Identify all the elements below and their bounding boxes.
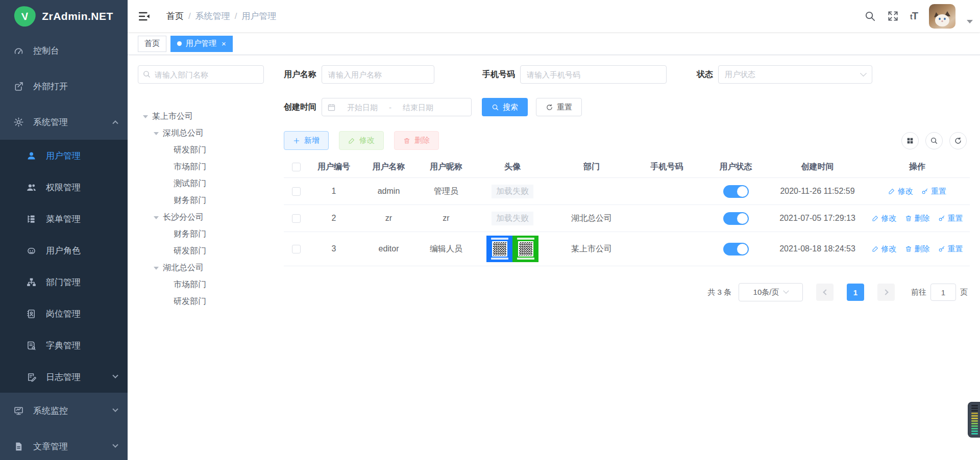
caret-down-icon[interactable] <box>154 267 159 270</box>
row-checkbox[interactable] <box>292 187 301 196</box>
delete-user-link[interactable]: 删除 <box>905 214 930 223</box>
users-table: 用户编号 用户名称 用户昵称 头像 部门 手机号码 用户状态 创建时间 操作 1 <box>284 157 970 266</box>
tree-node[interactable]: 研发部门 <box>138 243 267 260</box>
edit-link-label: 修改 <box>881 244 897 254</box>
delete-user-button[interactable]: 删除 <box>394 131 439 150</box>
row-checkbox[interactable] <box>292 214 301 223</box>
date-separator: - <box>389 103 391 112</box>
tree-node[interactable]: 测试部门 <box>138 175 267 192</box>
caret-down-icon[interactable] <box>154 216 159 219</box>
reset-password-link[interactable]: 重置 <box>938 214 963 223</box>
page-size-select[interactable]: 10条/页 <box>739 283 803 301</box>
tab-user-management[interactable]: 用户管理 × <box>170 36 233 52</box>
pagination: 共 3 条 10条/页 1 前往 页 <box>284 283 970 301</box>
sidebar-item-department-management[interactable]: 部门管理 <box>0 266 128 298</box>
table-row: 3 editor 编辑人员 某上市公司 2021-08-18 18:24 <box>284 232 970 266</box>
logo[interactable]: V ZrAdmin.NET <box>0 0 128 33</box>
close-icon[interactable]: × <box>222 39 226 48</box>
date-end-input[interactable] <box>395 103 442 112</box>
tree-node-label: 财务部门 <box>174 229 206 240</box>
reset-button[interactable]: 重置 <box>536 98 582 116</box>
status-toggle[interactable] <box>723 185 749 198</box>
sidebar-item-system-monitor[interactable]: 系统监控 <box>0 393 128 428</box>
sidebar-item-user-roles[interactable]: 用户角色 <box>0 235 128 266</box>
fullscreen-icon[interactable] <box>887 10 899 22</box>
sidebar-item-user-management[interactable]: 用户管理 <box>0 140 128 171</box>
status-select-placeholder: 用户状态 <box>725 70 755 80</box>
search-button[interactable]: 搜索 <box>482 98 528 116</box>
breadcrumb-home[interactable]: 首页 <box>166 10 184 22</box>
tree-node[interactable]: 长沙分公司 <box>138 209 267 226</box>
date-range-picker[interactable]: - <box>322 98 472 116</box>
caret-down-icon[interactable] <box>154 132 159 135</box>
status-toggle[interactable] <box>723 212 749 225</box>
username-input[interactable] <box>322 65 434 84</box>
date-start-input[interactable] <box>339 103 386 112</box>
reset-password-link[interactable]: 重置 <box>921 187 946 196</box>
equalizer-widget[interactable] <box>968 402 980 438</box>
tree-node[interactable]: 财务部门 <box>138 226 267 243</box>
status-select[interactable]: 用户状态 <box>718 65 872 84</box>
tree-node-label: 研发部门 <box>174 296 206 307</box>
edit-user-link[interactable]: 修改 <box>872 214 897 223</box>
sidebar-item-dictionary-management[interactable]: 字典管理 <box>0 329 128 361</box>
page-jump: 前往 页 <box>911 284 968 301</box>
user-icon <box>26 150 37 161</box>
add-user-button[interactable]: 新增 <box>284 131 329 150</box>
user-avatar[interactable] <box>929 4 955 29</box>
sidebar-item-system-management[interactable]: 系统管理 <box>0 104 128 140</box>
department-search-input[interactable] <box>138 65 264 84</box>
edit-user-button[interactable]: 修改 <box>339 131 384 150</box>
delete-user-link[interactable]: 删除 <box>905 244 930 254</box>
refresh-icon[interactable] <box>949 132 967 149</box>
tree-node[interactable]: 市场部门 <box>138 159 267 175</box>
cell-user-id: 1 <box>308 187 359 196</box>
sidebar-item-article-management[interactable]: 文章管理 <box>0 428 128 460</box>
next-page-button[interactable] <box>877 284 895 301</box>
delete-link-label: 删除 <box>915 214 930 223</box>
tree-node[interactable]: 深圳总公司 <box>138 125 267 142</box>
page-number-button[interactable]: 1 <box>847 284 864 301</box>
reset-password-link[interactable]: 重置 <box>938 244 963 254</box>
jump-prefix: 前往 <box>911 288 926 297</box>
edit-user-link[interactable]: 修改 <box>872 244 897 254</box>
sidebar-item-dashboard[interactable]: 控制台 <box>0 33 128 68</box>
users-icon <box>26 182 37 193</box>
sidebar-item-external-open[interactable]: 外部打开 <box>0 68 128 104</box>
column-header-username: 用户名称 <box>359 162 418 172</box>
sidebar-item-label: 用户管理 <box>46 150 117 162</box>
tree-node[interactable]: 研发部门 <box>138 142 267 159</box>
breadcrumb-separator: / <box>188 11 191 21</box>
sidebar-item-log-management[interactable]: 日志管理 <box>0 361 128 393</box>
tab-home[interactable]: 首页 <box>138 36 166 52</box>
column-settings-icon[interactable] <box>901 132 919 149</box>
search-icon[interactable] <box>864 10 876 22</box>
qr-avatar-image[interactable] <box>486 236 538 262</box>
sidebar-item-position-management[interactable]: 岗位管理 <box>0 298 128 329</box>
search-toggle-icon[interactable] <box>925 132 943 149</box>
font-size-icon[interactable]: tT <box>910 10 918 22</box>
sidebar-item-menu-management[interactable]: 菜单管理 <box>0 203 128 235</box>
pagination-total: 共 3 条 <box>707 288 731 297</box>
caret-down-icon[interactable] <box>143 115 148 118</box>
status-toggle[interactable] <box>723 243 749 255</box>
sidebar-item-permission-management[interactable]: 权限管理 <box>0 171 128 203</box>
sidebar-collapse-icon[interactable] <box>138 10 151 23</box>
tree-node[interactable]: 某上市公司 <box>138 108 267 125</box>
prev-page-button[interactable] <box>816 284 834 301</box>
tree-node[interactable]: 湖北总公司 <box>138 260 267 276</box>
select-all-checkbox[interactable] <box>292 163 301 171</box>
edit-user-link[interactable]: 修改 <box>888 187 913 196</box>
tree-node[interactable]: 财务部门 <box>138 192 267 209</box>
caret-down-icon[interactable] <box>967 20 973 23</box>
column-header-user-id: 用户编号 <box>308 162 359 172</box>
tree-node[interactable]: 市场部门 <box>138 276 267 293</box>
delete-button-label: 删除 <box>414 136 430 145</box>
page-content: 某上市公司 深圳总公司 研发部门 市场部门 测试部门 财务部门 长沙分公司 财务… <box>128 55 980 460</box>
row-checkbox[interactable] <box>292 245 301 253</box>
tree-node[interactable]: 研发部门 <box>138 293 267 310</box>
phone-input[interactable] <box>520 65 667 84</box>
sidebar-item-label: 权限管理 <box>46 182 117 193</box>
jump-page-input[interactable] <box>930 284 956 301</box>
sidebar-submenu-system: 用户管理 权限管理 菜单管理 <box>0 140 128 393</box>
